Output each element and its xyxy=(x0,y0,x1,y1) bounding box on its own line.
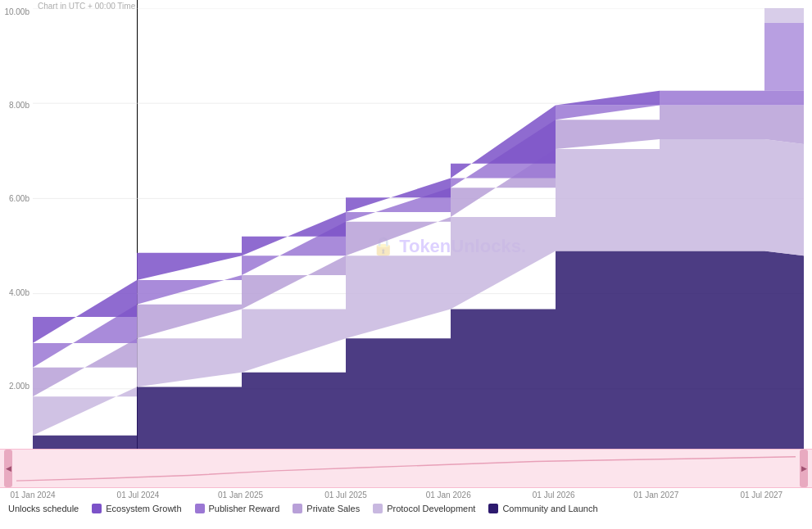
chart-inner: Chart in UTC + 00:00 Time Today 🔒 TokenU… xyxy=(33,8,804,484)
legend-item-protocol: Protocol Development xyxy=(373,504,475,513)
right-spike-light xyxy=(764,8,804,23)
right-spike-area xyxy=(764,23,804,91)
private-sales-label: Private Sales xyxy=(306,504,360,513)
ecosystem-growth-label: Ecosystem Growth xyxy=(106,504,181,513)
y-label-10b: 10.00b xyxy=(4,8,29,16)
ecosystem-growth-swatch xyxy=(92,504,102,513)
navigator[interactable]: ◀ ▶ xyxy=(0,449,812,488)
y-label-8b: 8.00b xyxy=(9,102,29,110)
legend-item-ecosystem: Ecosystem Growth xyxy=(92,504,181,513)
y-label-6b: 6.00b xyxy=(9,195,29,203)
publisher-reward-swatch xyxy=(195,504,205,513)
y-label-2b: 2.00b xyxy=(9,382,29,391)
legend-item-publisher: Publisher Reward xyxy=(195,504,280,513)
legend-title-text: Unlocks schedule xyxy=(8,504,79,513)
navigator-handle-right[interactable]: ▶ xyxy=(800,450,808,487)
community-launch-swatch xyxy=(488,504,498,513)
y-label-4b: 4.00b xyxy=(9,289,29,297)
legend-item-community: Community and Launch xyxy=(488,504,597,513)
navigator-handle-left[interactable]: ◀ xyxy=(4,450,12,487)
publisher-reward-label: Publisher Reward xyxy=(209,504,280,513)
main-chart-svg xyxy=(33,8,804,484)
protocol-development-swatch xyxy=(373,504,383,513)
legend: Unlocks schedule Ecosystem Growth Publis… xyxy=(8,492,804,525)
mini-chart-line xyxy=(16,457,796,481)
y-axis: 0 2.00b 4.00b 6.00b 8.00b 10.00b xyxy=(0,8,33,484)
protocol-development-label: Protocol Development xyxy=(387,504,475,513)
community-launch-label: Community and Launch xyxy=(502,504,597,513)
chart-container: 0 2.00b 4.00b 6.00b 8.00b 10.00b Chart i… xyxy=(0,0,812,529)
private-sales-swatch xyxy=(293,504,302,513)
navigator-mini-chart xyxy=(16,454,796,483)
legend-item-private-sales: Private Sales xyxy=(293,504,360,513)
legend-title: Unlocks schedule xyxy=(8,504,79,513)
